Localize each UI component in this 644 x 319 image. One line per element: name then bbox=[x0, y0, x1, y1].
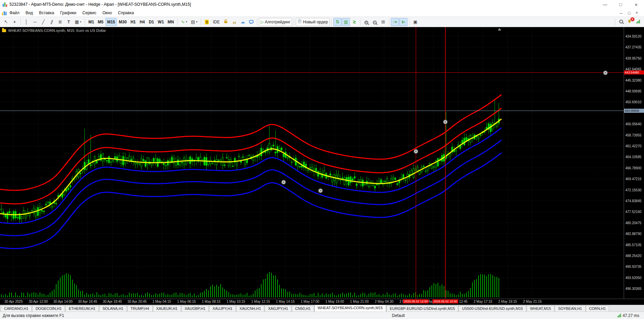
horizontal-line-button[interactable]: ─ bbox=[31, 18, 39, 26]
chart-tab[interactable]: US500-USDInd-EURUSD.synth,M15 bbox=[459, 305, 526, 312]
price-tick: 466.78900 bbox=[625, 166, 641, 170]
new-order-button[interactable]: Новый ордер bbox=[296, 18, 330, 26]
cloud-button[interactable]: ☁ bbox=[239, 18, 247, 26]
text-button[interactable]: T bbox=[65, 18, 73, 26]
chart-tab[interactable]: TRUMP,H4 bbox=[127, 305, 153, 312]
timeframe-m30-label: M30 bbox=[119, 20, 127, 24]
price-tick: 445.32380 bbox=[625, 78, 641, 82]
price-axis[interactable]: 434.59120437.27435439.95750442.64065445.… bbox=[624, 27, 644, 299]
menu-item-file[interactable]: Файл bbox=[6, 9, 23, 16]
notifications-button[interactable]: 1 bbox=[625, 18, 634, 26]
chart-canvas[interactable] bbox=[0, 27, 624, 299]
chart-tab[interactable]: SOLANA,H1 bbox=[99, 305, 127, 312]
close-button[interactable]: × bbox=[628, 0, 644, 9]
signals-button[interactable]: ((•)) bbox=[230, 18, 238, 26]
trade-marker[interactable] bbox=[443, 120, 447, 124]
trendline-button[interactable]: ╱ bbox=[39, 18, 47, 26]
indicators-button[interactable]: ▤▾ bbox=[189, 18, 199, 26]
mdi-close-button[interactable]: × bbox=[636, 11, 638, 15]
bid-price-badge: 453.05000 bbox=[624, 109, 644, 113]
chart-tab[interactable]: XAUJPY,H1 bbox=[209, 305, 236, 312]
trade-marker[interactable] bbox=[603, 71, 607, 75]
time-tick: 2 May 17:15 bbox=[473, 300, 492, 303]
lock-button[interactable] bbox=[222, 18, 230, 26]
symbols-button[interactable]: $ bbox=[203, 18, 211, 26]
chart-tab[interactable]: ETHEREUM,H1 bbox=[65, 305, 99, 312]
price-tick: 477.52160 bbox=[625, 210, 641, 214]
lower-band-2[interactable] bbox=[0, 140, 501, 236]
timeframe-h4[interactable]: H4 bbox=[138, 18, 147, 26]
chart-tab[interactable]: SOYBEAN,H1 bbox=[555, 305, 585, 312]
zoom-out-button[interactable]: − bbox=[371, 18, 379, 26]
one-click-trading-icon[interactable] bbox=[2, 29, 6, 32]
tile-windows-button[interactable]: ⊞ bbox=[379, 18, 387, 26]
chart-symbol-label: WHEAT-SOYBEANS-CORN.synth, M15: Euro vs … bbox=[8, 28, 106, 33]
trade-marker[interactable] bbox=[282, 180, 286, 184]
timeframe-d1[interactable]: D1 bbox=[147, 18, 156, 26]
menu-item-view[interactable]: Вид bbox=[23, 9, 36, 16]
time-tick: 30 Apr 20:45 bbox=[128, 300, 147, 303]
toolbar-separator bbox=[615, 19, 615, 25]
maximize-button[interactable]: □ bbox=[613, 0, 628, 9]
time-axis[interactable]: 30 Apr 202530 Apr 12:0030 Apr 14:0030 Ap… bbox=[0, 299, 644, 305]
objects-menu-button[interactable]: ▦▾ bbox=[73, 18, 83, 26]
chart-tab[interactable]: XAUEUR,H1 bbox=[153, 305, 181, 312]
zoom-in-button[interactable]: + bbox=[362, 18, 370, 26]
trade-marker[interactable] bbox=[318, 189, 323, 193]
price-tick: 461.42270 bbox=[625, 144, 641, 148]
menu-item-charts[interactable]: Графики bbox=[57, 9, 80, 16]
menu-item-insert[interactable]: Вставка bbox=[36, 9, 57, 16]
mdi-minimize-button[interactable]: — bbox=[620, 11, 623, 15]
chart-symbol-header: WHEAT-SOYBEANS-CORN.synth, M15: Euro vs … bbox=[2, 28, 106, 33]
chart-shift-button[interactable]: ⇥ bbox=[391, 18, 399, 26]
ide-button[interactable]: IDE bbox=[211, 18, 221, 26]
search-button[interactable] bbox=[617, 18, 625, 26]
chart-tab[interactable]: DOGECOIN,H1 bbox=[32, 305, 65, 312]
auto-scroll-button[interactable]: ⇇ bbox=[399, 18, 407, 26]
timeframe-m5[interactable]: M5 bbox=[96, 18, 105, 26]
timeframe-w1[interactable]: W1 bbox=[156, 18, 165, 26]
timeframe-m1-label: M1 bbox=[88, 20, 94, 24]
price-tick: 434.59120 bbox=[625, 35, 641, 38]
mdi-restore-button[interactable]: ▢ bbox=[628, 11, 631, 15]
chart-type-button[interactable]: ∿▾ bbox=[179, 18, 189, 26]
chart-tab[interactable]: WHEAT,M15 bbox=[527, 305, 554, 312]
data-window-button[interactable]: ⇅ bbox=[333, 18, 341, 26]
chart-plot[interactable]: WHEAT-SOYBEANS-CORN.synth, M15: Euro vs … bbox=[0, 27, 624, 299]
chart-tab[interactable]: CN50,H1 bbox=[292, 305, 314, 312]
tick-chart-button[interactable]: ≷ bbox=[350, 18, 358, 26]
chart-tab[interactable]: CARDANO,H1 bbox=[1, 305, 32, 312]
chart-tab[interactable]: CORN,H1 bbox=[586, 305, 609, 312]
menu-item-service[interactable]: Сервис bbox=[80, 9, 99, 16]
chart-tab[interactable]: EURGBP-EURUSD-USDInd.synth,M15 bbox=[386, 305, 459, 312]
chat-button[interactable] bbox=[247, 18, 255, 26]
upper-band-1[interactable] bbox=[0, 108, 501, 204]
time-tick: 1 May 19:00 bbox=[325, 300, 344, 303]
menu-item-window[interactable]: Окно bbox=[99, 9, 115, 16]
timeframe-m1[interactable]: M1 bbox=[87, 18, 96, 26]
vertical-line-button[interactable]: │ bbox=[22, 18, 30, 26]
crosshair-button[interactable]: + bbox=[10, 18, 19, 26]
chart-tab[interactable]: WHEAT-SOYBEANS-CORN.synth,M15 bbox=[314, 305, 386, 312]
equidistant-channel-button[interactable]: ∥ bbox=[48, 18, 56, 26]
status-profile[interactable]: Default bbox=[392, 313, 405, 318]
algo-trading-button[interactable]: ▷Алготрейдинг bbox=[259, 18, 292, 26]
timeframe-h1[interactable]: H1 bbox=[129, 18, 137, 26]
timeframe-mn[interactable]: MN bbox=[166, 18, 176, 26]
timeframe-mn-label: MN bbox=[168, 20, 174, 24]
chart-tab[interactable]: XAUCNH,H1 bbox=[236, 305, 265, 312]
chart-tab[interactable]: XAUGBP,H1 bbox=[181, 305, 209, 312]
trade-marker[interactable] bbox=[414, 149, 418, 153]
zoom-in-icon: + bbox=[364, 20, 368, 24]
menu-item-help[interactable]: Справка bbox=[115, 9, 137, 16]
timeframe-m15[interactable]: M15 bbox=[106, 18, 117, 26]
chart-tab[interactable]: XAGJPY,H1 bbox=[265, 305, 291, 312]
cursor-button[interactable]: ↖ bbox=[2, 18, 10, 26]
chart-shift-marker[interactable] bbox=[498, 28, 501, 30]
market-depth-button[interactable]: ▥ bbox=[342, 18, 350, 26]
timeframe-m30[interactable]: M30 bbox=[117, 18, 128, 26]
minimize-button[interactable]: — bbox=[597, 0, 613, 9]
chart-settings-button[interactable]: ▣ bbox=[411, 18, 419, 26]
fibonacci-button[interactable]: ≣ bbox=[56, 18, 64, 26]
connection-status-button[interactable] bbox=[634, 18, 642, 26]
